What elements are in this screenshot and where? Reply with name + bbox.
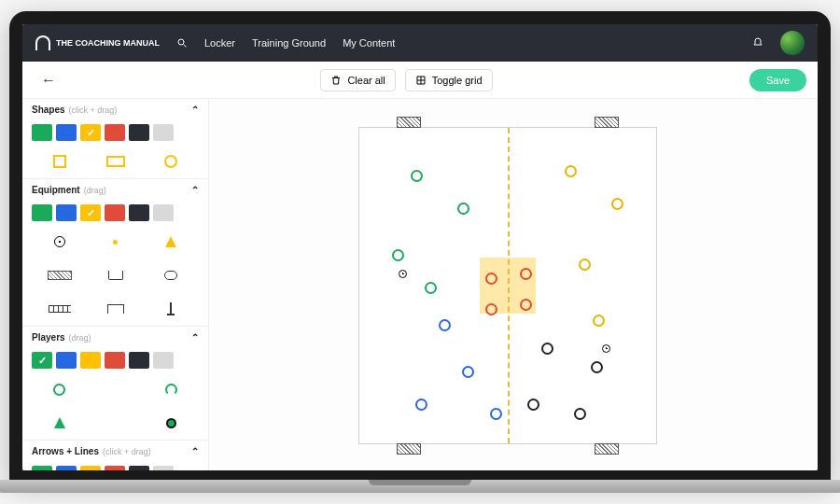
section-players-header[interactable]: Players(drag)⌃ bbox=[22, 327, 208, 348]
tool-rectangle[interactable] bbox=[88, 148, 144, 175]
tool-pole[interactable] bbox=[143, 296, 199, 322]
tool-player-cone[interactable] bbox=[32, 410, 88, 436]
tool-mannequin[interactable] bbox=[143, 262, 199, 288]
save-button[interactable]: Save bbox=[749, 69, 806, 91]
player-marker[interactable] bbox=[485, 273, 497, 285]
color-swatch[interactable] bbox=[129, 124, 149, 141]
section-arrows-header[interactable]: Arrows + Lines(click + drag)⌃ bbox=[22, 441, 208, 462]
color-swatch[interactable] bbox=[129, 204, 149, 221]
notifications-icon[interactable] bbox=[752, 37, 763, 49]
svg-line-1 bbox=[184, 45, 187, 48]
tool-goal-large[interactable] bbox=[32, 262, 88, 288]
chevron-up-icon: ⌃ bbox=[191, 446, 199, 456]
nav-locker[interactable]: Locker bbox=[204, 37, 235, 49]
player-marker[interactable] bbox=[490, 408, 502, 420]
goal-bottom-right[interactable] bbox=[595, 443, 619, 455]
tool-ball[interactable] bbox=[32, 229, 88, 255]
player-marker[interactable] bbox=[425, 282, 437, 294]
player-marker[interactable] bbox=[392, 249, 404, 261]
tool-goal-small[interactable] bbox=[88, 262, 144, 288]
back-button[interactable]: ← bbox=[34, 72, 63, 89]
shapes-palette bbox=[22, 120, 208, 145]
topbar: THE COACHING MANUAL Locker Training Grou… bbox=[22, 24, 818, 62]
brand-logo[interactable]: THE COACHING MANUAL bbox=[35, 35, 160, 50]
clear-all-button[interactable]: Clear all bbox=[320, 69, 395, 91]
color-swatch[interactable] bbox=[105, 466, 125, 470]
section-equipment-header[interactable]: Equipment(drag)⌃ bbox=[22, 179, 208, 201]
player-marker[interactable] bbox=[611, 198, 623, 210]
player-marker[interactable] bbox=[520, 299, 532, 311]
player-marker[interactable] bbox=[565, 165, 577, 177]
player-marker[interactable] bbox=[485, 303, 497, 315]
section-shapes: Shapes(click + drag)⌃ bbox=[22, 99, 208, 179]
tool-player-ring[interactable] bbox=[32, 376, 88, 402]
color-swatch[interactable] bbox=[105, 352, 125, 369]
color-swatch[interactable] bbox=[56, 466, 77, 470]
player-marker[interactable] bbox=[411, 170, 423, 182]
tool-circle[interactable] bbox=[143, 148, 199, 175]
ball-marker[interactable] bbox=[602, 344, 610, 353]
tool-ladder[interactable] bbox=[32, 296, 88, 322]
color-swatch[interactable] bbox=[153, 352, 174, 369]
player-marker[interactable] bbox=[457, 203, 469, 215]
nav-my-content[interactable]: My Content bbox=[343, 37, 395, 49]
color-swatch[interactable] bbox=[32, 124, 52, 141]
player-marker[interactable] bbox=[520, 268, 532, 280]
color-swatch[interactable] bbox=[129, 466, 149, 470]
tool-player-half[interactable] bbox=[143, 376, 199, 402]
color-swatch[interactable] bbox=[153, 124, 174, 141]
nav-training-ground[interactable]: Training Ground bbox=[252, 37, 326, 49]
color-swatch[interactable] bbox=[105, 124, 125, 141]
color-swatch[interactable] bbox=[80, 352, 101, 369]
color-swatch[interactable] bbox=[32, 204, 52, 221]
player-marker[interactable] bbox=[439, 319, 451, 331]
midline bbox=[508, 128, 510, 443]
color-swatch[interactable] bbox=[80, 124, 101, 141]
player-marker[interactable] bbox=[527, 399, 539, 411]
tool-cone[interactable] bbox=[143, 229, 199, 255]
goal-top-left[interactable] bbox=[397, 117, 421, 128]
pitch[interactable] bbox=[358, 127, 657, 444]
color-swatch[interactable] bbox=[80, 466, 101, 470]
player-marker[interactable] bbox=[591, 361, 603, 373]
ball-marker[interactable] bbox=[399, 270, 407, 278]
color-swatch[interactable] bbox=[105, 204, 125, 221]
goal-bottom-left[interactable] bbox=[397, 443, 421, 455]
color-swatch[interactable] bbox=[129, 352, 149, 369]
goal-top-right[interactable] bbox=[595, 117, 619, 128]
logo-mark-icon bbox=[35, 35, 50, 50]
grid-icon bbox=[415, 75, 427, 86]
section-shapes-header[interactable]: Shapes(click + drag)⌃ bbox=[22, 99, 208, 120]
player-marker[interactable] bbox=[593, 315, 605, 327]
player-marker[interactable] bbox=[579, 259, 591, 271]
section-equipment: Equipment(drag)⌃ bbox=[22, 179, 208, 327]
color-swatch[interactable] bbox=[56, 124, 77, 141]
tool-disc[interactable] bbox=[88, 229, 144, 255]
color-swatch[interactable] bbox=[32, 466, 52, 470]
player-marker[interactable] bbox=[462, 366, 474, 378]
laptop-base bbox=[0, 480, 840, 493]
sidebar: Shapes(click + drag)⌃ Equipment(drag)⌃ P… bbox=[22, 99, 209, 470]
toggle-grid-button[interactable]: Toggle grid bbox=[405, 69, 493, 91]
chevron-up-icon: ⌃ bbox=[191, 105, 199, 115]
canvas[interactable] bbox=[209, 99, 818, 470]
player-marker[interactable] bbox=[415, 399, 427, 411]
tool-hurdle[interactable] bbox=[88, 296, 144, 322]
color-swatch[interactable] bbox=[56, 352, 77, 369]
chevron-up-icon: ⌃ bbox=[191, 185, 199, 195]
avatar[interactable] bbox=[780, 31, 805, 55]
color-swatch[interactable] bbox=[80, 204, 101, 221]
player-marker[interactable] bbox=[574, 408, 586, 420]
chevron-up-icon: ⌃ bbox=[191, 332, 199, 343]
color-swatch[interactable] bbox=[32, 352, 52, 369]
tool-player-dot[interactable] bbox=[143, 410, 199, 436]
equipment-palette bbox=[22, 201, 208, 225]
color-swatch[interactable] bbox=[56, 204, 77, 221]
player-marker[interactable] bbox=[541, 343, 553, 355]
tool-square[interactable] bbox=[32, 148, 88, 175]
section-arrows: Arrows + Lines(click + drag)⌃ bbox=[22, 441, 208, 470]
color-swatch[interactable] bbox=[153, 204, 174, 221]
search-icon[interactable] bbox=[176, 37, 188, 49]
brand-text: THE COACHING MANUAL bbox=[56, 39, 160, 47]
color-swatch[interactable] bbox=[153, 466, 174, 470]
